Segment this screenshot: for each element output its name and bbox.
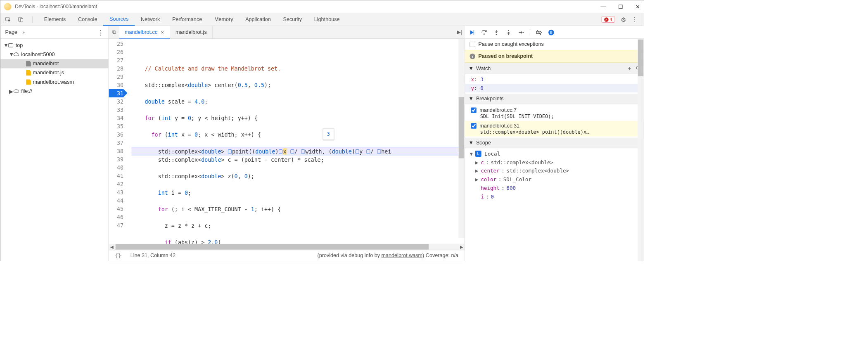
window-maximize-button[interactable]: ☐ [618, 3, 623, 10]
cursor-position: Line 31, Column 42 [130, 253, 175, 259]
svg-point-7 [508, 30, 509, 31]
tab-memory[interactable]: Memory [208, 13, 239, 26]
cloud-icon [13, 88, 19, 94]
watch-header[interactable]: ▼Watch＋⟳ [465, 63, 644, 74]
pause-caught-label: Pause on caught exceptions [478, 41, 543, 47]
error-dot-icon: ✕ [604, 17, 608, 21]
scope-var-c[interactable]: ▶c: std::complex<double> [465, 158, 644, 167]
svg-rect-2 [20, 18, 23, 22]
breakpoint-marker[interactable]: 31 [109, 89, 123, 97]
step-out-icon[interactable] [505, 29, 512, 35]
document-icon [26, 61, 31, 66]
breakpoint-checkbox[interactable] [471, 123, 476, 128]
close-icon[interactable]: ✕ [161, 30, 164, 35]
tab-lighthouse[interactable]: Lighthouse [308, 13, 346, 26]
horizontal-scrollbar[interactable]: ◀▶ [109, 244, 464, 250]
tab-security[interactable]: Security [277, 13, 308, 26]
settings-gear-icon[interactable]: ⚙ [621, 16, 626, 23]
info-icon: i [470, 54, 475, 59]
wasm-step-icon [301, 149, 305, 154]
frame-icon [8, 42, 14, 48]
file-nav-back-icon[interactable]: ⧉ [109, 29, 119, 35]
pause-exceptions-icon[interactable] [548, 29, 555, 35]
deactivate-breakpoints-icon[interactable] [536, 29, 542, 35]
file-tab-mandelbrot-cc[interactable]: mandelbrot.cc✕ [119, 26, 170, 38]
tree-file-scheme[interactable]: ▶file:// [0, 87, 109, 96]
navigator-pane: Page » ⋮ ▼top ▼localhost:5000 mandelbrot… [0, 26, 109, 261]
step-over-icon[interactable] [481, 29, 487, 35]
tree-file-mandelbrot-js[interactable]: mandelbrot.js [0, 68, 109, 77]
pretty-print-icon[interactable]: {} [115, 253, 121, 259]
svg-point-8 [522, 32, 524, 33]
add-watch-icon[interactable]: ＋ [627, 65, 632, 72]
tab-application[interactable]: Application [239, 13, 277, 26]
devtools-tabbar: Elements Console Sources Network Perform… [0, 13, 644, 26]
value-tooltip: 3 [323, 129, 334, 140]
cloud-icon [13, 52, 19, 58]
device-toggle-icon[interactable] [17, 16, 24, 23]
tree-file-mandelbrot[interactable]: mandelbrot [0, 59, 109, 68]
navigator-menu-icon[interactable]: ⋮ [97, 28, 104, 36]
navigator-tab-page[interactable]: Page [5, 29, 17, 35]
wasm-step-icon [228, 149, 232, 154]
tree-top-frame[interactable]: ▼top [0, 41, 109, 50]
wasm-step-icon [290, 149, 294, 154]
local-badge-icon: L [475, 151, 481, 157]
breakpoint-row-1[interactable]: mandelbrot.cc:31 std::complex<double> po… [465, 121, 644, 137]
wasm-step-icon [356, 149, 359, 154]
watch-row-y[interactable]: y: 0 [465, 84, 644, 92]
tab-sources[interactable]: Sources [103, 13, 135, 26]
svg-point-5 [484, 33, 485, 35]
wasm-step-icon [377, 149, 381, 154]
tab-elements[interactable]: Elements [38, 13, 72, 26]
scope-var-center[interactable]: ▶center: std::complex<double> [465, 167, 644, 175]
svg-rect-3 [8, 43, 13, 47]
scope-var-color[interactable]: ▶color: SDL_Color [465, 175, 644, 184]
file-tabbar: ⧉ mandelbrot.cc✕ mandelbrot.js ▶| [109, 26, 464, 39]
svg-rect-10 [550, 31, 551, 34]
more-kebab-icon[interactable]: ⋮ [631, 15, 638, 23]
tab-console[interactable]: Console [72, 13, 103, 26]
svg-rect-4 [474, 30, 474, 35]
svg-point-6 [496, 34, 497, 35]
window-minimize-button[interactable]: — [600, 3, 606, 10]
tab-network[interactable]: Network [135, 13, 166, 26]
execution-line: std::complex<double> point((double)x / w… [131, 147, 465, 155]
step-icon[interactable] [517, 29, 524, 35]
right-scrollbar[interactable] [638, 39, 644, 261]
status-bar: {} Line 31, Column 42 (provided via debu… [109, 250, 464, 261]
svg-rect-11 [552, 31, 552, 34]
resume-icon[interactable] [469, 29, 475, 35]
scope-var-height[interactable]: height: 600 [465, 184, 644, 192]
code-editor[interactable]: 2526272829303132333435363738394041424344… [109, 39, 464, 243]
file-nav-forward-icon[interactable]: ▶| [454, 29, 465, 35]
breakpoint-row-0[interactable]: mandelbrot.cc:7 SDL_Init(SDL_INIT_VIDEO)… [465, 105, 644, 121]
app-icon [4, 3, 12, 10]
error-badge[interactable]: ✕4 [601, 16, 615, 23]
inspect-icon[interactable] [5, 16, 11, 23]
window-close-button[interactable]: ✕ [636, 3, 640, 10]
scope-header[interactable]: ▼Scope [465, 138, 644, 148]
breakpoints-header[interactable]: ▼Breakpoints [465, 94, 644, 104]
file-tab-mandelbrot-js[interactable]: mandelbrot.js [170, 26, 213, 38]
navigator-more-tabs-icon[interactable]: » [22, 30, 25, 35]
scope-var-i[interactable]: i: 0 [465, 192, 644, 201]
watch-row-x[interactable]: x: 3 [465, 76, 644, 84]
breakpoint-checkbox[interactable] [471, 107, 476, 113]
paused-notice: i Paused on breakpoint [465, 50, 644, 63]
svg-point-9 [548, 29, 554, 35]
wasm-step-icon [279, 149, 282, 154]
debugger-pane: Pause on caught exceptions i Paused on b… [465, 26, 644, 261]
tree-origin[interactable]: ▼localhost:5000 [0, 50, 109, 59]
window-titlebar: DevTools - localhost:5000/mandelbrot — ☐… [0, 0, 644, 13]
pause-caught-checkbox[interactable] [470, 42, 475, 47]
vertical-scrollbar[interactable] [458, 39, 465, 238]
wasm-source-link[interactable]: mandelbrot.wasm [382, 253, 423, 258]
window-title: DevTools - localhost:5000/mandelbrot [15, 4, 97, 9]
tab-performance[interactable]: Performance [166, 13, 208, 26]
wasm-step-icon [366, 149, 370, 154]
scope-local[interactable]: ▼LLocal [465, 149, 644, 158]
tree-file-mandelbrot-wasm[interactable]: mandelbrot.wasm [0, 78, 109, 87]
step-into-icon[interactable] [493, 29, 500, 35]
wasm-icon [26, 79, 31, 85]
